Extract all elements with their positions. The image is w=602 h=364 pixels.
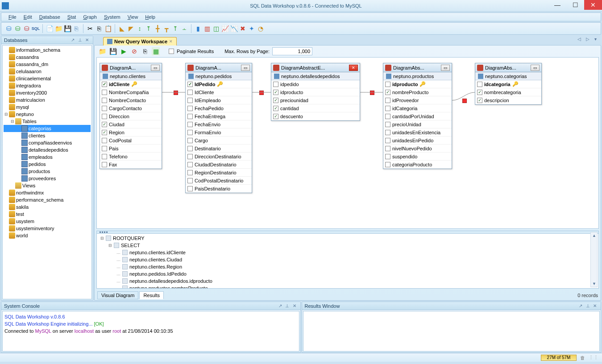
tree-node[interactable]: performance_schema: [4, 196, 91, 203]
results-pin-icon[interactable]: ⊥: [585, 303, 591, 309]
query-tree-panel[interactable]: ⊟ROOTQUERY⊟SELECT…neptuno.clientes.idCli…: [96, 231, 599, 289]
chart5-icon[interactable]: 📉: [230, 25, 238, 33]
field-row[interactable]: Fax: [100, 161, 162, 169]
results-ext-icon[interactable]: ↗: [577, 303, 584, 309]
tool6-icon[interactable]: ┳: [162, 25, 170, 33]
close-button[interactable]: ✕: [584, 0, 602, 10]
tool8-icon[interactable]: ⫠: [180, 25, 188, 33]
connector-node[interactable]: [462, 99, 467, 103]
minimize-button[interactable]: —: [548, 0, 566, 10]
query-node[interactable]: …neptuno.detallesdepedidos.idproducto: [99, 277, 597, 285]
ws-excel-icon[interactable]: ▦: [152, 47, 160, 55]
query-node[interactable]: …neptuno.pedidos.IdPedido: [99, 270, 597, 277]
field-row[interactable]: ✓preciounidad: [271, 96, 360, 104]
run-icon[interactable]: ▶: [120, 47, 128, 55]
tree-node[interactable]: compañiasdeenvios: [4, 139, 91, 146]
paginate-checkbox[interactable]: [169, 49, 174, 54]
tab-visual-diagram[interactable]: Visual Diagram: [97, 291, 138, 299]
tree-node[interactable]: usysteminventory: [4, 225, 91, 232]
tree-node[interactable]: integradora: [4, 82, 91, 89]
chart2-icon[interactable]: ▥: [203, 25, 211, 33]
field-row[interactable]: Cargo: [186, 136, 252, 145]
field-row[interactable]: ✓nombreProducto: [383, 88, 452, 96]
tree-node[interactable]: productos: [4, 168, 91, 175]
field-row[interactable]: ✓Ciudad: [100, 120, 162, 128]
splitter-grip[interactable]: [97, 231, 598, 234]
field-row[interactable]: FechaEnvio: [186, 120, 252, 128]
cut-icon[interactable]: ✂: [86, 25, 94, 33]
field-row[interactable]: FormaEnvio: [186, 128, 252, 136]
diagram-canvas[interactable]: DiagramA...▭neptuno.clientes✓idCliente🔑N…: [96, 57, 599, 229]
ws-save-icon[interactable]: 💾: [109, 47, 117, 55]
field-row[interactable]: IdEmpleado: [186, 96, 252, 104]
field-row[interactable]: idpedido: [271, 80, 360, 88]
tree-node[interactable]: sakila: [4, 203, 91, 211]
menu-database[interactable]: Database: [36, 13, 64, 21]
tree-node[interactable]: information_schema: [4, 46, 91, 54]
sql-icon[interactable]: SQL: [32, 25, 40, 33]
tree-node[interactable]: categorias: [4, 125, 91, 132]
query-node[interactable]: ⊟ROOTQUERY: [99, 235, 597, 242]
tree-node[interactable]: pedidos: [4, 161, 91, 168]
field-row[interactable]: FechaPedido: [186, 104, 252, 112]
entity-window[interactable]: DiagramAbstractE...✕neptuno.detallesdepe…: [271, 63, 360, 121]
menu-help[interactable]: Help: [141, 13, 159, 21]
connector-node[interactable]: [259, 91, 264, 95]
tab-new-query[interactable]: New Query Workspace ✕: [103, 37, 177, 46]
chart3-icon[interactable]: ◫: [212, 25, 220, 33]
tree-node[interactable]: ⊟Tables: [4, 118, 91, 125]
tree-node[interactable]: usystem: [4, 218, 91, 225]
field-row[interactable]: ✓cantidad: [271, 104, 360, 112]
field-row[interactable]: idProveedor: [383, 96, 452, 104]
menu-system[interactable]: System: [100, 13, 124, 21]
query-node[interactable]: …neptuno.clientes.Ciudad: [99, 256, 597, 263]
field-row[interactable]: ✓descuento: [271, 112, 360, 120]
maximize-button[interactable]: ☐: [566, 0, 584, 10]
query-node[interactable]: ⊟SELECT: [99, 242, 597, 249]
tool7-icon[interactable]: ⤒: [171, 25, 179, 33]
paste-icon[interactable]: 📋: [104, 25, 112, 33]
field-row[interactable]: NombreContacto: [100, 96, 162, 104]
chart8-icon[interactable]: ◔: [257, 25, 265, 33]
tree-node[interactable]: detallesdepedidos: [4, 146, 91, 153]
field-row[interactable]: precioUnidad: [383, 120, 452, 128]
field-row[interactable]: ✓IdPedido🔑: [186, 80, 252, 88]
menu-view[interactable]: View: [124, 13, 142, 21]
db-red-icon[interactable]: ⛁: [23, 25, 31, 33]
tree-node[interactable]: proveedores: [4, 175, 91, 182]
field-row[interactable]: unidadesEnExistencia: [383, 128, 452, 136]
field-row[interactable]: IdCliente: [186, 88, 252, 96]
field-row[interactable]: idCategoria: [383, 104, 452, 112]
field-row[interactable]: DireccionDestinatario: [186, 153, 252, 161]
field-row[interactable]: nivelNuevoPedido: [383, 145, 452, 153]
save-icon[interactable]: 💾: [63, 25, 71, 33]
console-ext-icon[interactable]: ↗: [277, 303, 283, 309]
tree-node[interactable]: mysql: [4, 103, 91, 111]
field-row[interactable]: Destinatario: [186, 145, 252, 153]
entity-window[interactable]: DiagramAbs...▭neptuno.productosidproduct…: [383, 63, 452, 169]
field-row[interactable]: CodPostalDestinatario: [186, 177, 252, 185]
chart4-icon[interactable]: 📈: [221, 25, 229, 33]
open-icon[interactable]: 📁: [54, 25, 62, 33]
tree-node[interactable]: northwindmx: [4, 189, 91, 196]
chart6-icon[interactable]: ✖: [239, 25, 247, 33]
tree-node[interactable]: test: [4, 211, 91, 218]
tab-close-icon[interactable]: ✕: [169, 39, 173, 44]
query-node[interactable]: …neptuno.productos.nombreProducto: [99, 285, 597, 289]
tree-node[interactable]: Views: [4, 182, 91, 189]
connector-node[interactable]: [370, 91, 374, 95]
console-close-icon[interactable]: ✕: [291, 303, 298, 309]
field-row[interactable]: CodPostal: [100, 136, 162, 145]
tab-results[interactable]: Results: [139, 291, 164, 299]
ws-copy-icon[interactable]: ⎘: [141, 47, 149, 55]
field-row[interactable]: ✓Region: [100, 128, 162, 136]
field-row[interactable]: ✓idCliente🔑: [100, 80, 162, 88]
field-row[interactable]: CiudadDestinatario: [186, 161, 252, 169]
db-icon[interactable]: ⛁: [5, 25, 13, 33]
menu-file[interactable]: File: [5, 13, 20, 21]
tree-node[interactable]: clientes: [4, 132, 91, 139]
entity-window[interactable]: DiagramA...▭neptuno.clientes✓idCliente🔑N…: [100, 63, 162, 169]
tree-node[interactable]: celulaaaron: [4, 68, 91, 75]
tree-node[interactable]: ⊟neptuno: [4, 111, 91, 118]
field-row[interactable]: cantidadPorUnidad: [383, 112, 452, 120]
